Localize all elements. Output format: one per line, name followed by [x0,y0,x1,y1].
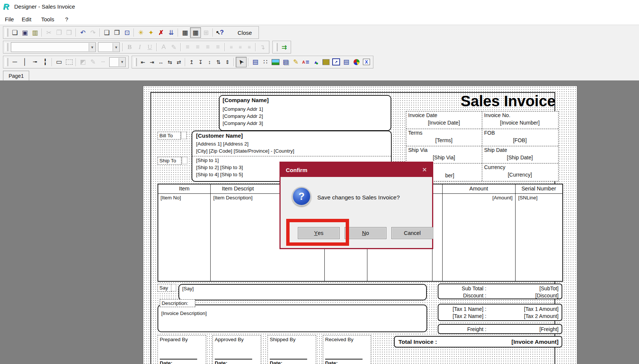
font-color-icon[interactable]: A [159,42,169,52]
align-objects-right-icon[interactable]: ⇥ [147,57,156,67]
field-invoice-no[interactable]: Invoice No. [Invoice Number] [482,111,557,129]
line-bottom-icon[interactable]: ╼ [30,57,40,67]
underline-icon[interactable]: U [145,42,155,52]
fill-color-icon[interactable]: ◩ [78,57,88,67]
space-horizontal2-icon[interactable]: ⇄ [174,57,183,67]
dots-tool-icon[interactable]: ∷ [260,57,270,67]
close-icon[interactable]: ✕ [422,166,427,173]
bring-to-front-icon[interactable]: ❑ [102,28,112,37]
invoice-description-field[interactable]: [Invoice Description] [158,305,427,332]
space-vertical-icon[interactable]: ⇅ [214,57,223,67]
align-justify-icon[interactable]: ≡ [213,42,223,52]
font-edit-icon[interactable]: ✎ [169,42,179,52]
undo-icon[interactable]: ↶ [78,28,88,37]
barcode-tool-icon[interactable] [321,57,331,67]
field-fob[interactable]: FOB [FOB] [482,129,557,146]
align-left-icon[interactable]: ≡ [183,42,193,52]
chevron-down-icon[interactable]: ▾ [89,43,95,51]
total-invoice-box[interactable]: Total Invoice : [Invoice Amount] [394,336,562,348]
selection-handle[interactable] [182,157,187,164]
signature-approved-by[interactable]: Approved By Date: [213,335,261,364]
label-tool-icon[interactable]: ▤ [250,57,260,67]
valign-top-icon[interactable]: ≡ [227,42,236,52]
snap-to-grid-icon[interactable]: ▦ [190,27,201,38]
pointer-tool-icon[interactable]: ➤ [236,57,247,67]
highlighter-tool-icon[interactable]: ✎ [291,57,301,67]
redo-icon[interactable]: ↷ [88,28,98,37]
signature-prepared-by[interactable]: Prepared By Date: [158,335,206,364]
chevron-down-icon[interactable]: ▾ [119,58,125,66]
freight-box[interactable]: Freight :[Freight] [438,324,562,334]
rectangle-icon[interactable]: ▭ [54,57,64,67]
dialog-title-bar[interactable]: Confirm [281,163,432,177]
richtext-tool-icon[interactable]: A≣ [301,57,311,67]
pie-chart-tool-icon[interactable] [351,57,361,67]
font-size-combo[interactable]: ▾ [98,42,120,52]
company-name-field[interactable]: [Company Name] [219,95,391,107]
chevron-down-icon[interactable]: ▾ [113,43,119,51]
rotate-text-icon[interactable]: ↴ [257,42,267,52]
brush-icon[interactable]: ✎ [88,57,98,67]
delete-icon[interactable]: ✗ [156,28,166,37]
selection-handle[interactable] [171,284,176,291]
description-label[interactable]: Description: [160,299,195,307]
line-vertical-icon[interactable]: │ [20,57,30,67]
insert-page-icon[interactable]: ✦ [146,28,156,37]
field-terms[interactable]: Terms [Terms] [406,129,481,146]
italic-icon[interactable]: I [135,42,145,52]
toolbar-grip[interactable] [5,28,8,37]
valign-bottom-icon[interactable]: ≡ [245,42,254,52]
cancel-button[interactable]: Cancel [391,227,433,239]
check-down-icon[interactable]: ⇊ [166,28,176,37]
tab-page1[interactable]: Page1 [3,71,29,80]
signature-shipped-by[interactable]: Shipped By Date: [267,335,316,364]
line-style-icon[interactable]: ┄ [98,57,108,67]
show-grid-icon[interactable]: ▦ [180,28,190,37]
space-vertical2-icon[interactable]: ⇕ [223,57,232,67]
new-icon[interactable]: ❏ [10,28,20,37]
memo-tool-icon[interactable]: ▤ [281,57,291,67]
align-objects-bottom-icon[interactable]: ↧ [196,57,205,67]
space-horizontal-icon[interactable]: ⇆ [165,57,174,67]
toolbar-grip[interactable] [134,58,137,66]
excel-export-icon[interactable]: X [361,57,372,67]
save-icon[interactable]: ▣ [20,28,30,37]
doc-title[interactable]: Sales Invoice [454,93,562,111]
copy-icon[interactable]: ❐ [54,28,64,37]
context-help-icon[interactable]: ↖? [215,28,225,37]
image-tool-icon[interactable] [270,57,281,67]
line-width-combo[interactable]: ▾ [109,57,126,67]
align-center-icon[interactable]: ≡ [193,42,203,52]
menu-edit[interactable]: Edit [19,15,34,23]
no-button[interactable]: No [345,227,386,239]
bill-to-label[interactable]: Bill To [158,132,181,140]
resize-handles-icon[interactable]: ⊡ [122,28,132,37]
db-fields-icon[interactable]: ⇉ [279,42,289,52]
align-right-icon[interactable]: ≡ [203,42,213,52]
chart-frame-tool-icon[interactable]: ↗ [331,57,341,67]
valign-middle-icon[interactable]: ≡ [236,42,245,52]
panel-tool-icon[interactable]: ▤ [341,57,351,67]
field-ship-date[interactable]: Ship Date [Ship Date] [482,146,557,163]
line-side-icon[interactable]: ╏ [40,57,50,67]
close-button[interactable]: Close [232,28,257,37]
send-to-back-icon[interactable]: ❒ [112,28,122,37]
merge-cells-icon[interactable]: ⊞ [201,28,211,37]
subtotal-discount-box[interactable]: Sub Total :[SubTot] Discount :[Discount] [438,284,562,299]
dashed-rectangle-icon[interactable] [64,57,74,67]
print-setup-icon[interactable]: ▥ [30,28,40,37]
field-invoice-date[interactable]: Invoice Date [Invoice Date] [406,111,481,129]
tax-box[interactable]: [Tax 1 Name] :[Tax 1 Amount] [Tax 2 Name… [438,304,562,321]
say-field[interactable]: [Say] [178,284,427,300]
field-currency[interactable]: Currency [Currency] [482,163,557,181]
menu-tools[interactable]: Tools [39,15,56,23]
cut-icon[interactable]: ✂ [44,28,54,37]
ship-to-label[interactable]: Ship To [158,157,181,165]
line-horizontal-icon[interactable]: ─ [10,57,20,67]
same-width-icon[interactable]: ↔ [156,57,165,67]
menu-file[interactable]: File [3,15,16,23]
paste-icon[interactable]: ❒ [64,28,74,37]
signature-received-by[interactable]: Received By Date: [323,335,371,364]
insert-band-icon[interactable]: ✳ [136,28,146,37]
toolbar-grip[interactable] [275,43,278,51]
